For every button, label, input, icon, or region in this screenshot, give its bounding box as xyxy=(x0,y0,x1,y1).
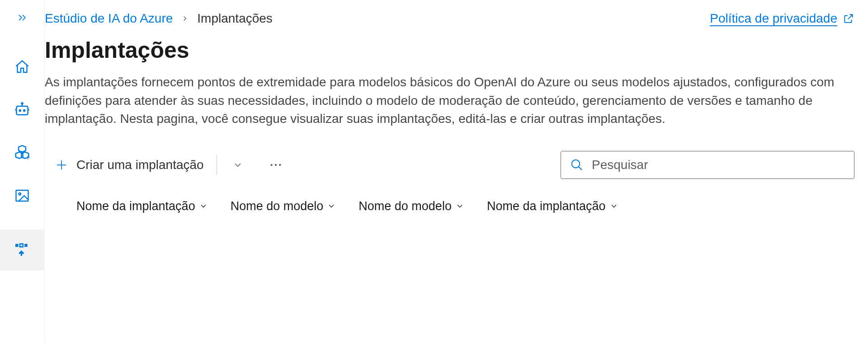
svg-point-13 xyxy=(572,160,580,168)
svg-point-10 xyxy=(270,164,272,166)
plus-icon xyxy=(55,158,68,172)
page-title: Implantações xyxy=(45,37,868,63)
page-description: As implantações fornecem pontos de extre… xyxy=(45,73,849,128)
chevron-down-icon xyxy=(327,202,336,211)
home-icon[interactable] xyxy=(13,58,31,76)
model-catalog-icon[interactable]: + xyxy=(13,144,31,162)
external-link-icon xyxy=(843,13,854,24)
sidebar-expand-button[interactable] xyxy=(16,11,28,24)
svg-point-1 xyxy=(21,103,23,104)
svg-text:+: + xyxy=(26,154,30,161)
create-deployment-button[interactable]: Criar uma implantação xyxy=(45,153,214,177)
svg-rect-9 xyxy=(24,244,28,247)
svg-point-3 xyxy=(24,110,25,111)
breadcrumb-root-link[interactable]: Estúdio de IA do Azure xyxy=(45,11,173,26)
column-header-model-name-2[interactable]: Nome do modelo xyxy=(359,199,464,213)
create-dropdown-button[interactable] xyxy=(220,155,256,175)
search-input[interactable] xyxy=(592,158,845,172)
chevron-down-icon xyxy=(199,202,208,211)
svg-rect-5 xyxy=(16,190,28,201)
svg-point-6 xyxy=(19,193,21,195)
column-header-model-name-1[interactable]: Nome do modelo xyxy=(231,199,336,213)
breadcrumb: Estúdio de IA do Azure Implantações xyxy=(45,11,273,26)
main-content: Estúdio de IA do Azure Implantações Polí… xyxy=(45,0,868,343)
chevron-down-icon xyxy=(609,202,618,211)
chevron-down-icon xyxy=(232,160,243,170)
chevron-right-icon xyxy=(181,14,189,23)
sidebar: + xyxy=(0,0,45,343)
svg-point-12 xyxy=(279,164,281,166)
chevron-down-icon xyxy=(455,202,464,211)
more-actions-button[interactable] xyxy=(256,153,296,177)
svg-rect-0 xyxy=(16,106,28,115)
svg-point-11 xyxy=(275,164,277,166)
column-header-deployment-name-2[interactable]: Nome da implantação xyxy=(487,199,618,213)
more-horizontal-icon xyxy=(269,158,283,172)
svg-rect-8 xyxy=(20,244,23,247)
chat-bot-icon[interactable] xyxy=(13,101,31,119)
deployments-icon[interactable] xyxy=(0,230,45,270)
svg-rect-7 xyxy=(15,244,19,247)
toolbar: Criar uma implantação xyxy=(45,151,868,179)
privacy-policy-link[interactable]: Política de privacidade xyxy=(710,11,854,26)
svg-point-2 xyxy=(19,110,21,111)
search-box[interactable] xyxy=(561,151,854,179)
privacy-policy-label: Política de privacidade xyxy=(710,11,837,26)
breadcrumb-current: Implantações xyxy=(197,11,273,26)
create-deployment-label: Criar uma implantação xyxy=(76,158,204,172)
image-icon[interactable] xyxy=(13,187,31,205)
table-header-row: Nome da implantação Nome do modelo Nome … xyxy=(45,199,868,213)
search-icon xyxy=(570,158,584,172)
toolbar-divider xyxy=(217,155,217,175)
column-header-deployment-name[interactable]: Nome da implantação xyxy=(76,199,208,213)
